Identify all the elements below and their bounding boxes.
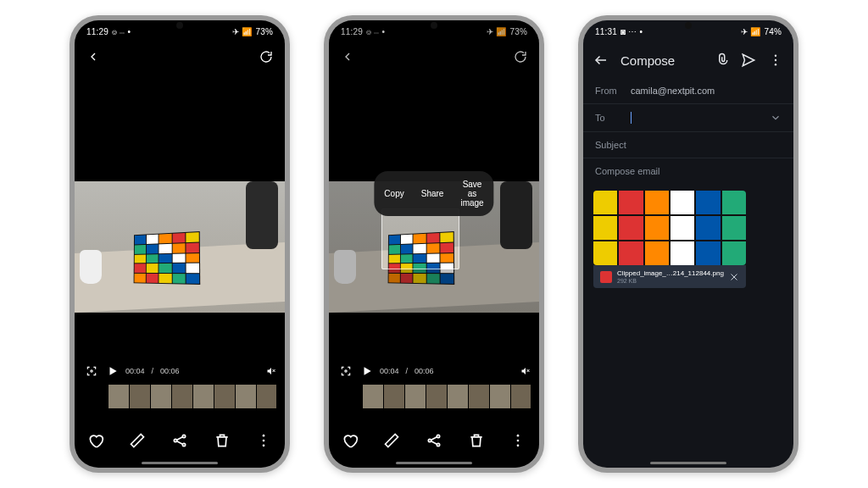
delete-button[interactable] [464, 428, 489, 453]
body-placeholder: Compose email [595, 166, 659, 176]
svg-line-21 [431, 437, 437, 440]
svg-point-11 [263, 440, 265, 442]
more-icon[interactable] [768, 53, 783, 68]
svg-point-20 [437, 443, 439, 446]
attachment-size: 292 KB [617, 278, 724, 284]
svg-point-18 [428, 439, 431, 441]
back-icon[interactable] [341, 50, 354, 64]
more-button[interactable] [505, 428, 531, 453]
svg-line-22 [431, 441, 437, 444]
status-indicators: ⌾ ⋯ • [112, 27, 131, 36]
share-popup-button[interactable]: Share [413, 176, 453, 211]
status-indicators: ◙ ⋯ • [620, 27, 643, 36]
status-time: 11:31 [595, 27, 617, 36]
home-indicator[interactable] [650, 462, 726, 464]
svg-point-30 [775, 64, 776, 65]
status-indicators: ⌾ ⋯ • [366, 27, 385, 36]
subject-field[interactable]: Subject [583, 132, 793, 158]
play-icon[interactable] [361, 365, 373, 377]
top-bar [75, 42, 285, 71]
status-battery: 73% [509, 27, 527, 36]
attachment-filename: Clipped_image_…214_112844.png [617, 269, 724, 277]
svg-point-5 [174, 439, 176, 441]
from-label: From [595, 86, 622, 96]
phone-3-screen: 11:31 ◙ ⋯ • ✈ 📶 74% Compose [583, 20, 793, 468]
playback-row: 00:04 / 00:06 [337, 359, 531, 383]
svg-point-0 [91, 370, 92, 372]
status-time: 11:29 [86, 27, 108, 36]
edit-button[interactable] [379, 428, 404, 453]
save-as-image-button[interactable]: Save as image [452, 176, 492, 211]
video-frame [75, 181, 285, 313]
svg-marker-15 [522, 368, 526, 374]
share-button[interactable] [421, 428, 447, 453]
svg-point-23 [517, 435, 520, 437]
back-arrow-icon[interactable] [593, 53, 609, 68]
to-field[interactable]: To [583, 104, 793, 132]
focus-square-icon[interactable] [337, 365, 354, 377]
playback-row: 00:04 / 00:06 [83, 359, 276, 383]
video-area[interactable]: Copy Share Save as image 00:04 / 00:06 [329, 71, 539, 468]
delete-button[interactable] [209, 428, 235, 453]
phone-3-frame: 11:31 ◙ ⋯ • ✈ 📶 74% Compose [578, 15, 798, 473]
refresh-icon[interactable] [259, 50, 273, 64]
edit-button[interactable] [125, 428, 150, 453]
elapsed-time: 00:04 [380, 367, 399, 375]
svg-marker-27 [743, 54, 754, 66]
remove-attachment-icon[interactable] [729, 272, 739, 282]
favorite-button[interactable] [337, 428, 363, 453]
svg-point-6 [182, 435, 185, 437]
svg-marker-2 [268, 368, 272, 374]
three-phone-stage: 11:29 ⌾ ⋯ • ✈ 📶 73% [0, 0, 868, 488]
status-time: 11:29 [341, 27, 363, 36]
top-bar [329, 42, 539, 71]
camera-notch [176, 22, 183, 29]
status-battery: 74% [764, 27, 782, 36]
status-battery: 73% [255, 27, 273, 36]
home-indicator[interactable] [142, 462, 218, 464]
body-field[interactable]: Compose email [583, 158, 793, 184]
svg-marker-1 [110, 367, 117, 374]
total-time: 00:06 [415, 367, 434, 375]
rubiks-cube [388, 231, 455, 285]
home-indicator[interactable] [396, 462, 472, 464]
elapsed-time: 00:04 [125, 367, 145, 375]
timeline-thumbnails[interactable] [363, 385, 531, 408]
svg-marker-14 [364, 367, 371, 374]
clip-action-popup: Copy Share Save as image [374, 171, 493, 216]
focus-square-icon[interactable] [83, 365, 100, 377]
image-type-icon [600, 271, 612, 283]
text-cursor [631, 112, 632, 124]
video-area[interactable]: 00:04 / 00:06 [75, 71, 285, 468]
play-icon[interactable] [107, 365, 119, 377]
from-field[interactable]: From camila@nextpit.com [583, 78, 793, 104]
share-button[interactable] [167, 428, 192, 453]
camera-notch [685, 22, 692, 29]
attach-icon[interactable] [714, 53, 729, 68]
svg-point-28 [775, 55, 776, 57]
send-icon[interactable] [741, 53, 756, 68]
more-button[interactable] [251, 428, 276, 453]
total-time: 00:06 [160, 367, 180, 375]
svg-point-29 [775, 59, 776, 61]
copy-button[interactable]: Copy [376, 176, 412, 211]
timeline-thumbnails[interactable] [108, 385, 276, 408]
attachment-block: Clipped_image_…214_112844.png 292 KB [593, 191, 783, 288]
status-network: ✈ 📶 [232, 27, 252, 36]
svg-point-13 [345, 370, 347, 372]
svg-point-19 [437, 435, 439, 437]
subject-placeholder: Subject [595, 140, 626, 150]
mute-icon[interactable] [266, 366, 276, 376]
refresh-icon[interactable] [514, 50, 527, 64]
bottom-toolbar [329, 422, 539, 459]
svg-point-7 [182, 443, 185, 446]
phone-1-screen: 11:29 ⌾ ⋯ • ✈ 📶 73% [75, 20, 285, 468]
status-network: ✈ 📶 [741, 27, 760, 36]
expand-recipients-icon[interactable] [770, 112, 782, 124]
back-icon[interactable] [86, 50, 100, 64]
attachment-preview[interactable] [593, 191, 746, 265]
mute-icon[interactable] [520, 366, 531, 376]
svg-line-9 [177, 441, 183, 444]
to-label: To [595, 113, 622, 123]
favorite-button[interactable] [83, 428, 108, 453]
